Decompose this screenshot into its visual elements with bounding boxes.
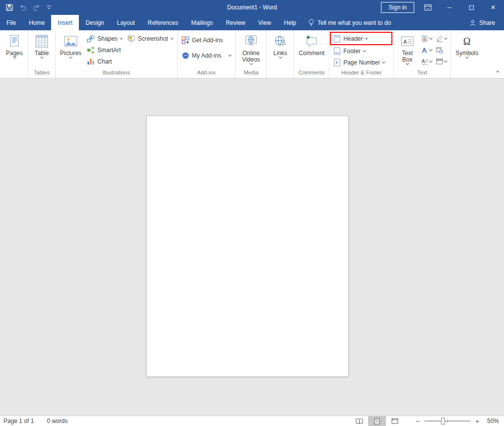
zoom-out-button[interactable]: − (412, 416, 424, 426)
pages-icon (9, 33, 20, 49)
chevron-down-icon (382, 60, 385, 64)
pages-button[interactable]: Pages (2, 31, 26, 59)
print-layout-button[interactable] (368, 416, 386, 426)
tab-home[interactable]: Home (22, 15, 51, 30)
tab-references[interactable]: References (141, 15, 185, 30)
close-button[interactable]: ✕ (482, 0, 504, 15)
tab-view[interactable]: View (252, 15, 278, 30)
read-mode-icon (356, 418, 363, 424)
customize-quick-access-icon (47, 5, 52, 10)
wordart-button[interactable]: A (419, 44, 434, 56)
minimize-button[interactable]: ─ (439, 0, 460, 15)
ribbon-insert: Pages Table Tables (0, 30, 504, 78)
shapes-button[interactable]: Shapes (84, 33, 125, 44)
quick-access-toolbar (0, 4, 52, 11)
pictures-button[interactable]: Pictures (57, 31, 84, 59)
footer-label: Footer (343, 48, 361, 55)
zoom-slider-center-tick (447, 419, 448, 423)
zoom-slider[interactable] (425, 421, 470, 422)
group-label-media: Media (237, 69, 265, 78)
screenshot-button[interactable]: Screenshot (125, 33, 176, 44)
get-addins-label: Get Add-ins (192, 37, 223, 44)
word-count[interactable]: 0 words (47, 418, 67, 425)
share-person-icon (469, 19, 476, 26)
group-label-links (268, 69, 292, 78)
smartart-button[interactable]: SmartArt (84, 44, 123, 56)
symbols-button[interactable]: Ω Symbols (452, 31, 481, 59)
chevron-down-icon (170, 36, 174, 40)
customize-quick-access-button[interactable] (47, 5, 52, 10)
drop-cap-button[interactable]: A (419, 56, 434, 67)
zoom-level[interactable]: 50% (483, 418, 504, 425)
footer-button[interactable]: Footer (331, 45, 391, 57)
quick-parts-icon (421, 35, 428, 42)
chart-button[interactable]: Chart (84, 56, 114, 67)
titlebar-controls: Sign in ─ ✕ (381, 0, 504, 15)
undo-button[interactable] (19, 4, 27, 11)
tell-me-box[interactable]: Tell me what you want to do (303, 15, 397, 30)
tab-layout[interactable]: Layout (111, 15, 141, 30)
signature-line-button[interactable] (434, 33, 449, 44)
tab-file[interactable]: File (0, 15, 22, 30)
zoom-slider-thumb[interactable] (441, 418, 445, 425)
sign-in-button[interactable]: Sign in (381, 2, 414, 13)
tab-help[interactable]: Help (277, 15, 303, 30)
text-box-button[interactable]: A Text Box (395, 31, 419, 66)
chevron-down-icon (120, 36, 123, 40)
ribbon-display-options-button[interactable] (424, 4, 432, 11)
tell-me-label: Tell me what you want to do (317, 19, 391, 26)
redo-icon (33, 4, 41, 11)
page-indicator[interactable]: Page 1 of 1 (3, 418, 34, 425)
comment-button[interactable]: Comment (296, 31, 327, 58)
signature-line-icon (436, 35, 443, 42)
table-button[interactable]: Table (30, 31, 54, 59)
svg-text:#: # (336, 60, 338, 65)
ribbon-group-media: Online Videos Media (236, 30, 267, 78)
object-button[interactable] (434, 56, 449, 67)
chevron-down-icon (429, 59, 433, 63)
quick-parts-button[interactable] (419, 33, 434, 44)
chevron-up-icon (496, 71, 500, 74)
tab-mailings[interactable]: Mailings (185, 15, 219, 30)
tab-insert[interactable]: Insert (51, 15, 79, 30)
shapes-icon (87, 35, 95, 43)
date-time-icon (436, 47, 443, 54)
svg-text:A: A (422, 47, 427, 54)
screenshot-label: Screenshot (138, 35, 168, 42)
drop-cap-icon: A (421, 58, 428, 65)
get-addins-button[interactable]: Get Add-ins (179, 34, 226, 46)
header-button[interactable]: Header (331, 33, 391, 44)
redo-button[interactable] (33, 4, 41, 11)
online-videos-button[interactable]: Online Videos (237, 31, 265, 66)
screenshot-icon (127, 35, 135, 43)
document-page[interactable] (146, 116, 349, 377)
header-footer-buttons: Header Footer # (331, 31, 391, 68)
chart-icon (87, 58, 95, 66)
zoom-in-button[interactable]: + (471, 416, 483, 426)
share-label: Share (479, 19, 495, 26)
links-button[interactable]: Links (268, 31, 292, 59)
text-column-2 (434, 31, 449, 67)
shapes-label: Shapes (97, 35, 118, 42)
illustrations-column-1: Shapes SmartArt Chart (84, 31, 125, 67)
read-mode-button[interactable] (350, 416, 368, 426)
tab-design[interactable]: Design (79, 15, 110, 30)
share-button[interactable]: Share (460, 15, 504, 30)
page-number-button[interactable]: # Page Number (331, 57, 391, 68)
group-label-header-footer: Header & Footer (331, 69, 392, 78)
chevron-down-icon (444, 36, 447, 40)
web-layout-button[interactable] (386, 416, 404, 426)
chevron-down-icon (365, 36, 368, 40)
save-button[interactable] (6, 4, 13, 11)
date-time-button[interactable] (434, 44, 445, 56)
tab-review[interactable]: Review (219, 15, 252, 30)
collapse-ribbon-button[interactable] (497, 68, 499, 75)
links-icon (274, 33, 286, 49)
print-layout-icon (374, 418, 380, 425)
zoom-control: − + (412, 416, 483, 426)
group-label-tables: Tables (30, 69, 54, 78)
ribbon-group-header-footer: Header Footer # (329, 30, 394, 78)
maximize-button[interactable] (460, 0, 482, 15)
my-addins-button[interactable]: My Add-ins (179, 50, 234, 61)
header-annotation-box: Header (330, 32, 392, 45)
